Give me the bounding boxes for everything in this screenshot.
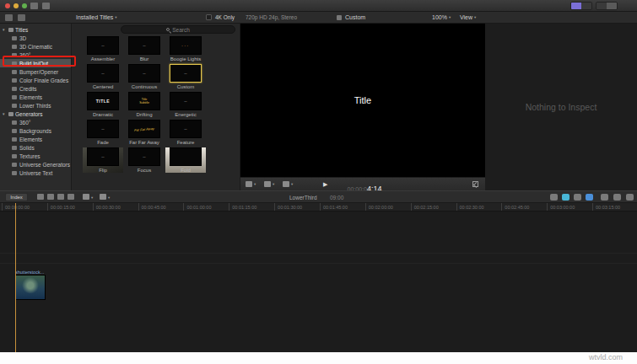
title-thumbnail[interactable]: – (128, 147, 160, 166)
keyword-editor-icon[interactable] (42, 3, 50, 9)
sidebar-toggle-icon[interactable] (5, 14, 13, 21)
sidebar-item-elements[interactable]: Elements (0, 93, 71, 101)
zoom-menu-icon[interactable] (83, 194, 89, 200)
titles-browser-toggle-icon[interactable] (571, 3, 581, 9)
title-item-custom[interactable]: –Custom (165, 64, 206, 89)
ruler-tick: 00:01:45:00 (320, 203, 348, 211)
chevron-down-icon: ▾ (474, 15, 476, 19)
title-thumbnail[interactable]: – (87, 64, 119, 83)
title-thumbnail[interactable] (170, 147, 202, 166)
title-item-assembler[interactable]: –Assembler (83, 36, 123, 62)
sidebar-item-3d[interactable]: 3D (0, 34, 71, 42)
snapping-icon[interactable] (586, 194, 593, 201)
title-thumbnail[interactable]: – (87, 36, 119, 55)
clip-appearance-icon[interactable] (37, 194, 44, 200)
section-label: Titles (15, 27, 28, 33)
title-item-fold[interactable]: Fold (165, 147, 206, 173)
title-thumbnail[interactable]: – (170, 92, 202, 110)
viewer-canvas[interactable]: Title (240, 24, 485, 177)
sidebar-item-universe-generators[interactable]: Universe Generators (0, 160, 71, 169)
disclosure-triangle-icon[interactable]: ▾ (3, 27, 7, 32)
title-item-flip[interactable]: –Flip (83, 147, 123, 173)
sidebar-item-solids[interactable]: Solids (0, 143, 71, 152)
media-browser-toggle-icon[interactable] (581, 3, 591, 9)
close-button[interactable] (5, 3, 10, 8)
fullscreen-icon[interactable] (472, 181, 478, 187)
audio-skimming-icon[interactable] (562, 194, 570, 201)
transitions-browser-icon[interactable] (626, 194, 634, 201)
title-thumbnail[interactable]: Title Subtitle (128, 92, 160, 110)
sidebar-item-universe-text[interactable]: Universe Text (0, 169, 71, 177)
effects-browser-icon[interactable] (613, 194, 621, 201)
title-thumbnail[interactable]: TITLE (87, 92, 119, 110)
title-item-dramatic[interactable]: TITLEDramatic (83, 92, 123, 117)
viewer-format-label: 720p HD 24p, Stereo (246, 12, 297, 24)
inspector-toggle-icon[interactable] (607, 3, 617, 9)
thumbnail-preview: – (101, 126, 104, 131)
clip-media-icon[interactable] (283, 181, 289, 187)
ruler-tick: 00:02:30:00 (456, 203, 484, 211)
title-item-energetic[interactable]: –Energetic (165, 92, 206, 117)
title-item-far-far-away[interactable]: Far Far AwayFar Far Away (124, 120, 165, 145)
timeline-clip[interactable]: shutterstock... (15, 270, 46, 300)
timeline-body[interactable]: shutterstock... (0, 211, 637, 352)
solo-icon[interactable] (574, 194, 581, 201)
sidebar-item-3d-cinematic[interactable]: 3D Cinematic (0, 42, 71, 51)
clip-waveform-icon[interactable] (57, 194, 64, 200)
title-thumbnail[interactable]: – (170, 64, 202, 83)
title-thumbnail[interactable]: – (128, 64, 160, 83)
audio-meters-icon[interactable] (601, 194, 608, 201)
installed-titles-menu[interactable]: Installed Titles▾ (76, 12, 117, 24)
title-item-continuous[interactable]: –Continuous (124, 64, 165, 89)
sidebar-item-credits[interactable]: Credits (0, 84, 71, 93)
title-item-centered[interactable]: –Centered (83, 64, 123, 89)
minimize-button[interactable] (13, 3, 19, 8)
search-input[interactable]: Search (121, 25, 235, 34)
retime-tools-icon[interactable] (264, 181, 271, 187)
title-thumbnail[interactable]: – (170, 120, 202, 138)
title-item-feature[interactable]: –Feature (165, 120, 206, 145)
clip-filmstrip-icon[interactable] (47, 194, 54, 200)
viewer-zoom-menu[interactable]: 100%▾ (432, 12, 451, 24)
sidebar-item-build-in-out[interactable]: Build In/Out (0, 59, 71, 67)
title-thumbnail[interactable]: – (128, 36, 160, 55)
sidebar-item-textures[interactable]: Textures (0, 152, 71, 160)
title-item-blur[interactable]: –Blur (124, 36, 165, 62)
import-media-icon[interactable] (30, 3, 38, 9)
playhead[interactable] (15, 203, 16, 352)
disclosure-triangle-icon[interactable]: ▾ (3, 111, 7, 116)
chevron-down-icon: ▾ (449, 15, 451, 19)
tool-menu-icon[interactable] (100, 194, 106, 200)
sidebar-section-titles[interactable]: ▾Titles (0, 25, 71, 34)
4k-only-checkbox[interactable] (206, 14, 212, 20)
clip-thumbnail[interactable] (15, 275, 46, 300)
title-thumbnail[interactable]: ∙∙∙ (170, 36, 202, 55)
sidebar-item-bumper-opener[interactable]: Bumper/Opener (0, 67, 71, 76)
skimming-icon[interactable] (550, 194, 558, 201)
title-item-drifting[interactable]: Title SubtitleDrifting (124, 92, 165, 117)
title-name-label: Dramatic (83, 112, 123, 117)
viewer-view-menu[interactable]: View▾ (460, 12, 476, 24)
sidebar-item-360[interactable]: 360° (0, 118, 71, 126)
timeline-toggle-icon[interactable] (597, 3, 607, 9)
play-button[interactable]: ▶ (323, 181, 327, 188)
sidebar-item-elements[interactable]: Elements (0, 135, 71, 143)
title-item-focus[interactable]: –Focus (124, 147, 165, 173)
sidebar-section-generators[interactable]: ▾Generators (0, 110, 71, 118)
index-button[interactable]: Index (5, 193, 28, 201)
title-item-boogie-lights[interactable]: ∙∙∙Boogie Lights (165, 36, 206, 62)
timeline-ruler[interactable]: 00:00:00:0000:00:15:0000:00:30:0000:00:4… (0, 203, 637, 211)
title-thumbnail[interactable]: – (87, 120, 119, 138)
view-options-icon[interactable] (246, 181, 252, 187)
title-item-fade[interactable]: –Fade (83, 120, 123, 145)
title-thumbnail[interactable]: Far Far Away (128, 120, 160, 138)
sidebar-item-label: Universe Generators (19, 162, 70, 168)
zoom-button[interactable] (22, 3, 27, 8)
sidebar-item-backgrounds[interactable]: Backgrounds (0, 126, 71, 135)
sidebar-item-color-finale-grades[interactable]: Color Finale Grades (0, 76, 71, 84)
media-sidebar-icon[interactable] (18, 14, 25, 21)
sidebar-item-lower-thirds[interactable]: Lower Thirds (0, 101, 71, 110)
clip-label-icon[interactable] (67, 194, 74, 200)
title-thumbnail[interactable]: – (87, 147, 119, 166)
sidebar-item-360[interactable]: 360° (0, 51, 71, 59)
